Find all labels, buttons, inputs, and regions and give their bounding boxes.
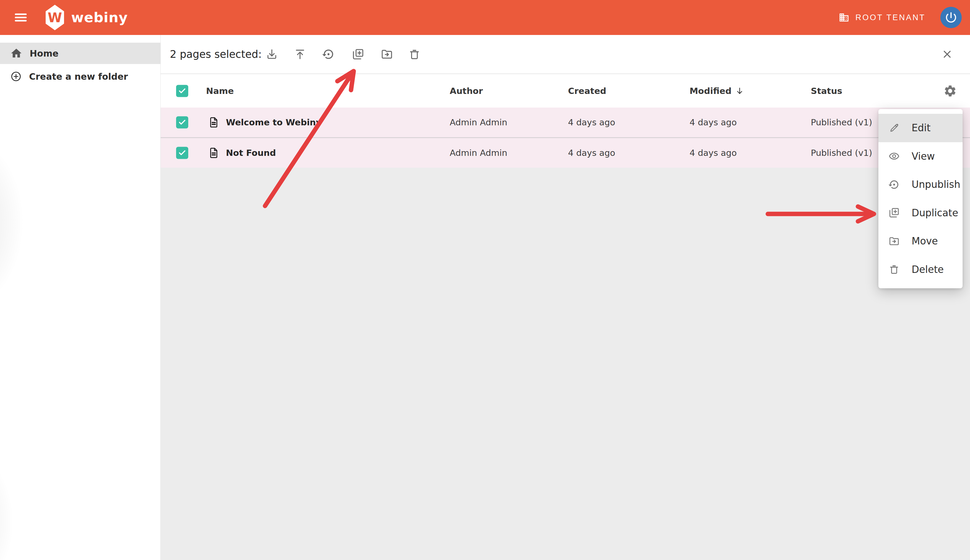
duplicate-icon [352, 48, 364, 60]
table-header-row: Name Author Created Modified Status [161, 74, 970, 108]
menu-item-view[interactable]: View [878, 142, 963, 171]
power-icon [944, 11, 958, 24]
menu-item-unpublish[interactable]: Unpublish [878, 170, 963, 199]
sidebar-item-home[interactable]: Home [0, 43, 160, 64]
home-icon [10, 47, 23, 60]
publish-button[interactable] [292, 46, 308, 63]
selection-toolbar: 2 pages selected: [161, 35, 970, 74]
move-icon [381, 48, 393, 60]
webiny-admin-screen: W webiny ROOT TENANT Home Create a [0, 0, 970, 560]
plus-circle-icon [10, 70, 22, 82]
column-header-author[interactable]: Author [450, 86, 483, 96]
page-document-icon [207, 115, 220, 130]
page-status: Published (v1) [811, 117, 872, 127]
delete-button[interactable] [406, 46, 423, 63]
webiny-hexagon-icon: W [46, 5, 64, 30]
gear-icon [943, 84, 957, 98]
page-modified: 4 days ago [690, 117, 737, 127]
page-list-content: 2 pages selected: [161, 35, 970, 560]
selection-count-text: 2 pages selected: [170, 48, 262, 60]
page-name: Welcome to Webiny [226, 117, 321, 127]
column-header-status[interactable]: Status [811, 86, 842, 96]
close-selection-button[interactable] [939, 46, 955, 63]
pencil-icon [888, 122, 900, 133]
sidebar-item-label: Home [30, 48, 58, 59]
menu-item-move[interactable]: Move [878, 227, 963, 255]
page-name: Not Found [226, 148, 276, 158]
building-icon [839, 12, 849, 23]
page-created: 4 days ago [568, 117, 615, 127]
menu-item-label: Delete [912, 264, 943, 275]
check-icon [178, 149, 186, 157]
brand-wordmark: webiny [71, 10, 128, 25]
close-icon [941, 48, 953, 60]
check-icon [178, 87, 186, 95]
table-row[interactable]: Welcome to Webiny Admin Admin 4 days ago… [161, 108, 970, 137]
top-app-bar: W webiny ROOT TENANT [0, 0, 970, 35]
move-button[interactable] [379, 46, 395, 63]
topbar-right-group: ROOT TENANT [837, 7, 962, 28]
tenant-label: ROOT TENANT [855, 13, 925, 22]
sort-desc-arrow-icon [735, 86, 745, 96]
menu-item-label: Move [912, 235, 938, 247]
row-checkbox[interactable] [176, 147, 188, 159]
webiny-logo: W webiny [46, 5, 128, 30]
unpublish-button[interactable] [320, 46, 337, 63]
menu-item-delete[interactable]: Delete [878, 255, 963, 284]
download-button[interactable] [264, 46, 280, 63]
page-document-icon [207, 146, 220, 160]
menu-item-label: Edit [912, 122, 931, 133]
folders-sidebar: Home Create a new folder [0, 35, 161, 560]
menu-item-duplicate[interactable]: Duplicate [878, 199, 963, 227]
tenant-selector[interactable]: ROOT TENANT [837, 12, 927, 23]
column-settings-button[interactable] [943, 84, 957, 98]
hamburger-menu-button[interactable] [13, 10, 28, 25]
delete-icon [888, 264, 900, 275]
page-created: 4 days ago [568, 148, 615, 158]
table-row[interactable]: Not Found Admin Admin 4 days ago 4 days … [161, 137, 970, 168]
row-actions-context-menu: Edit View Unpublish Duplicate Move [878, 109, 963, 288]
column-header-modified[interactable]: Modified [690, 86, 745, 96]
publish-icon [294, 48, 306, 60]
column-header-created[interactable]: Created [568, 86, 606, 96]
eye-icon [888, 150, 900, 162]
page-author: Admin Admin [450, 148, 507, 158]
duplicate-button[interactable] [350, 46, 366, 63]
table-body: Welcome to Webiny Admin Admin 4 days ago… [161, 108, 970, 168]
page-author: Admin Admin [450, 117, 507, 127]
create-folder-button[interactable]: Create a new folder [0, 66, 160, 87]
menu-item-label: Duplicate [912, 207, 958, 219]
unpublish-icon [322, 48, 335, 60]
page-modified: 4 days ago [690, 148, 737, 158]
column-header-modified-label: Modified [690, 86, 731, 96]
download-icon [265, 48, 278, 60]
menu-item-label: Unpublish [912, 179, 960, 190]
brand-initial: W [48, 10, 62, 25]
column-header-name[interactable]: Name [206, 86, 234, 96]
select-all-checkbox[interactable] [176, 85, 188, 97]
row-checkbox[interactable] [176, 117, 188, 128]
menu-item-label: View [912, 150, 935, 162]
unpublish-icon [888, 179, 900, 190]
hamburger-icon [13, 10, 28, 25]
check-icon [178, 118, 186, 127]
page-status: Published (v1) [811, 148, 872, 158]
menu-item-edit[interactable]: Edit [878, 114, 963, 142]
create-folder-label: Create a new folder [29, 72, 128, 82]
delete-icon [408, 48, 421, 60]
move-icon [888, 235, 900, 247]
duplicate-icon [888, 207, 900, 218]
user-avatar[interactable] [940, 7, 962, 28]
